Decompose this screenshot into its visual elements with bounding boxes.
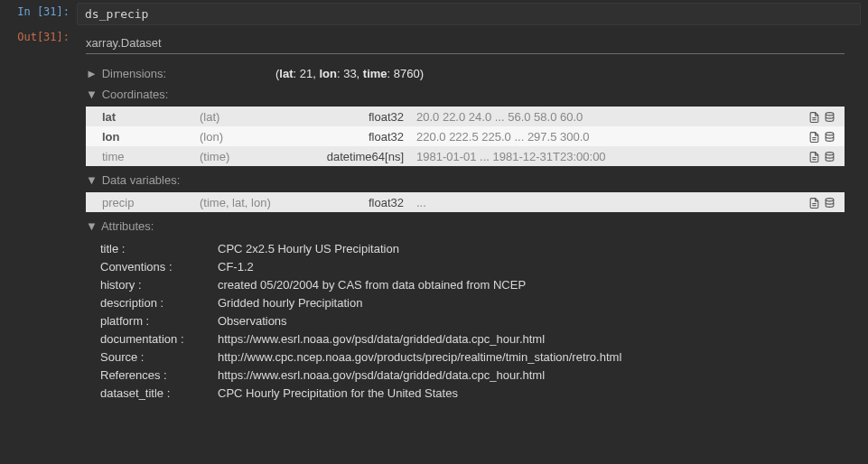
- svg-point-11: [826, 198, 834, 200]
- attr-row: title :CPC 2x2.5 Hourly US Precipitation: [100, 240, 850, 258]
- var-dims: (time): [194, 146, 321, 166]
- svg-point-2: [826, 112, 834, 115]
- section-coordinates[interactable]: ▼ Coordinates:: [80, 84, 850, 105]
- attr-key: documentation :: [100, 330, 218, 348]
- output-prompt: Out[31]:: [0, 25, 77, 410]
- dimensions-content: (lat: 21, lon: 33, time: 8760): [275, 67, 424, 80]
- repr-header: xarray.Dataset: [80, 32, 850, 51]
- var-dims: (lat): [194, 107, 321, 126]
- var-values: 20.0 22.0 24.0 ... 56.0 58.0 60.0: [411, 107, 799, 126]
- section-label: Attributes:: [101, 219, 154, 233]
- attr-row: documentation :https://www.esrl.noaa.gov…: [100, 330, 850, 348]
- attr-row: description :Gridded hourly Precipitatio…: [100, 294, 850, 312]
- var-name: time: [86, 146, 194, 166]
- table-row: time(time)datetime64[ns]1981-01-01 ... 1…: [86, 146, 845, 166]
- table-row: lon(lon)float32220.0 222.5 225.0 ... 297…: [86, 126, 845, 146]
- output-area: xarray.Dataset ► Dimensions: (lat: 21, l…: [77, 25, 868, 410]
- attr-key: title :: [100, 240, 218, 258]
- svg-point-5: [826, 132, 834, 135]
- database-icon[interactable]: [824, 197, 835, 209]
- attr-value: https://www.esrl.noaa.gov/psd/data/gridd…: [218, 367, 850, 385]
- var-actions: [799, 192, 845, 212]
- var-values: 220.0 222.5 225.0 ... 297.5 300.0: [411, 126, 799, 146]
- var-actions: [799, 146, 845, 166]
- section-label: Dimensions:: [102, 67, 167, 80]
- var-actions: [799, 107, 845, 126]
- chevron-down-icon: ▼: [86, 88, 98, 101]
- attr-value: Observations: [218, 312, 850, 330]
- attr-value: Gridded hourly Precipitation: [218, 294, 850, 312]
- var-dtype: float32: [321, 126, 411, 146]
- attr-key: description :: [100, 294, 218, 312]
- input-prompt: In [31]:: [0, 0, 77, 25]
- var-actions: [799, 126, 845, 146]
- attr-row: platform :Observations: [100, 312, 850, 330]
- database-icon[interactable]: [824, 111, 835, 124]
- var-dims: (time, lat, lon): [194, 192, 321, 212]
- attr-row: Conventions :CF-1.2: [100, 258, 850, 276]
- var-values: 1981-01-01 ... 1981-12-31T23:00:00: [411, 146, 799, 166]
- section-dimensions[interactable]: ► Dimensions: (lat: 21, lon: 33, time: 8…: [80, 63, 850, 84]
- file-icon[interactable]: [808, 131, 820, 144]
- section-attributes[interactable]: ▼ Attributes:: [80, 216, 850, 237]
- file-icon[interactable]: [808, 151, 820, 163]
- var-values: ...: [411, 192, 799, 212]
- section-label: Coordinates:: [102, 88, 169, 101]
- chevron-down-icon: ▼: [86, 173, 98, 187]
- attr-row: References :https://www.esrl.noaa.gov/ps…: [100, 367, 850, 385]
- attr-value: CPC Hourly Precipitation for the United …: [218, 385, 850, 403]
- table-row: precip(time, lat, lon)float32...: [86, 192, 845, 212]
- chevron-right-icon: ►: [86, 67, 98, 80]
- attr-key: Source :: [100, 348, 218, 367]
- var-dtype: float32: [321, 107, 411, 126]
- svg-point-8: [826, 152, 834, 154]
- output-cell-row: Out[31]: xarray.Dataset ► Dimensions: (l…: [0, 25, 868, 410]
- attr-key: Conventions :: [100, 258, 218, 276]
- attributes-list: title :CPC 2x2.5 Hourly US Precipitation…: [80, 237, 850, 403]
- attr-key: References :: [100, 367, 218, 385]
- section-label: Data variables:: [102, 173, 181, 187]
- input-cell-row: In [31]: ds_precip: [0, 0, 868, 25]
- database-icon[interactable]: [824, 151, 835, 163]
- attr-value: CF-1.2: [218, 258, 850, 276]
- divider: [86, 53, 845, 54]
- var-name: lon: [86, 126, 194, 146]
- datavars-table: precip(time, lat, lon)float32...: [86, 192, 845, 212]
- var-dtype: datetime64[ns]: [321, 146, 411, 166]
- file-icon[interactable]: [808, 197, 820, 209]
- var-dims: (lon): [194, 126, 321, 146]
- coordinates-table: lat(lat)float3220.0 22.0 24.0 ... 56.0 5…: [86, 107, 845, 166]
- attr-row: dataset_title :CPC Hourly Precipitation …: [100, 385, 850, 403]
- chevron-down-icon: ▼: [86, 219, 98, 233]
- attr-key: dataset_title :: [100, 385, 218, 403]
- table-row: lat(lat)float3220.0 22.0 24.0 ... 56.0 5…: [86, 107, 845, 126]
- var-name: precip: [86, 192, 194, 212]
- attr-value: CPC 2x2.5 Hourly US Precipitation: [218, 240, 850, 258]
- attr-key: platform :: [100, 312, 218, 330]
- attr-key: history :: [100, 276, 218, 294]
- code-input[interactable]: ds_precip: [77, 3, 861, 25]
- attr-value: created 05/20/2004 by CAS from data obta…: [218, 276, 850, 294]
- database-icon[interactable]: [824, 131, 835, 144]
- var-dtype: float32: [321, 192, 411, 212]
- attr-row: Source :http://www.cpc.ncep.noaa.gov/pro…: [100, 348, 850, 367]
- section-datavars[interactable]: ▼ Data variables:: [80, 170, 850, 190]
- var-name: lat: [86, 107, 194, 126]
- attr-value: http://www.cpc.ncep.noaa.gov/products/pr…: [218, 348, 850, 367]
- file-icon[interactable]: [808, 111, 820, 124]
- attr-value: https://www.esrl.noaa.gov/psd/data/gridd…: [218, 330, 850, 348]
- attr-row: history :created 05/20/2004 by CAS from …: [100, 276, 850, 294]
